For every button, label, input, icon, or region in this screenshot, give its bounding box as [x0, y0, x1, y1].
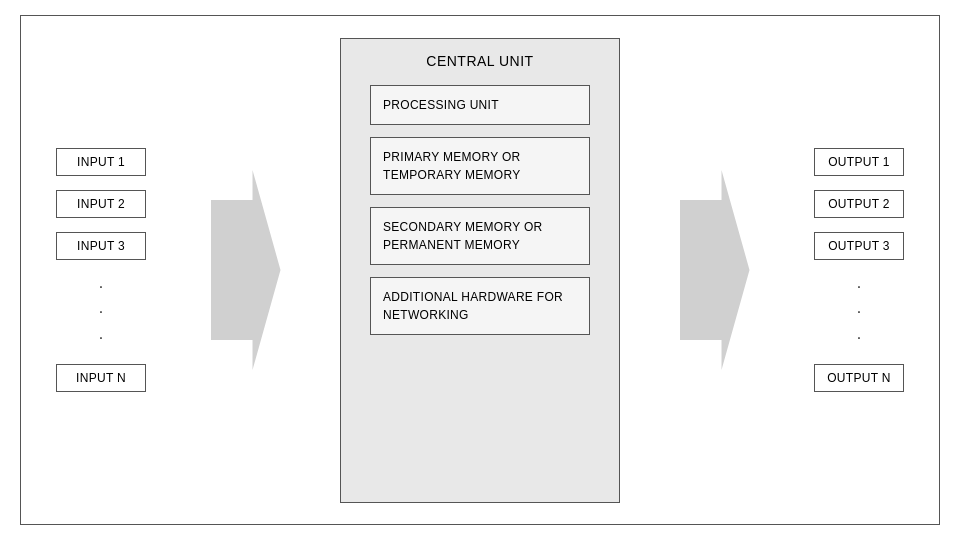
- additional-hardware-box: ADDITIONAL HARDWARE FOR NETWORKING: [370, 277, 590, 335]
- input-box-2: INPUT 2: [56, 190, 146, 218]
- input-dots: · · ·: [99, 274, 103, 351]
- left-arrow-icon: [211, 170, 281, 370]
- central-unit-title: CENTRAL UNIT: [426, 53, 533, 69]
- input-column: INPUT 1 INPUT 2 INPUT 3 · · · INPUT N: [51, 148, 151, 393]
- input-box-3: INPUT 3: [56, 232, 146, 260]
- diagram-container: INPUT 1 INPUT 2 INPUT 3 · · · INPUT N CE…: [20, 15, 940, 525]
- input-box-n: INPUT N: [56, 364, 146, 392]
- right-arrow-icon: [680, 170, 750, 370]
- output-dots: · · ·: [857, 274, 861, 351]
- output-box-3: OUTPUT 3: [814, 232, 904, 260]
- output-box-2: OUTPUT 2: [814, 190, 904, 218]
- output-box-n: OUTPUT N: [814, 364, 904, 392]
- output-column: OUTPUT 1 OUTPUT 2 OUTPUT 3 · · · OUTPUT …: [809, 148, 909, 393]
- output-box-1: OUTPUT 1: [814, 148, 904, 176]
- secondary-memory-box: SECONDARY MEMORY OR PERMANENT MEMORY: [370, 207, 590, 265]
- central-unit: CENTRAL UNIT PROCESSING UNIT PRIMARY MEM…: [340, 38, 620, 503]
- processing-unit-box: PROCESSING UNIT: [370, 85, 590, 125]
- primary-memory-box: PRIMARY MEMORY OR TEMPORARY MEMORY: [370, 137, 590, 195]
- input-box-1: INPUT 1: [56, 148, 146, 176]
